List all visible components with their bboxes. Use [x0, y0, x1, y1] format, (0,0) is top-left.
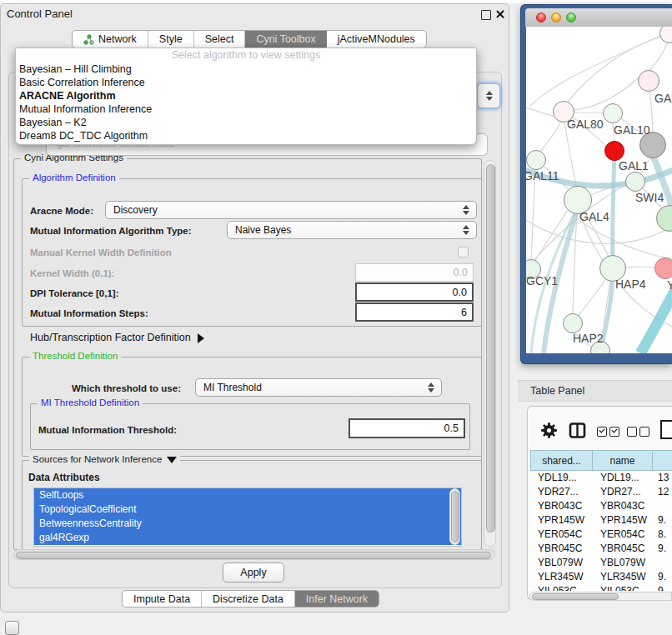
tab-impute-data-label: Impute Data: [133, 593, 190, 605]
column-header-sharedname[interactable]: shared...: [530, 450, 593, 471]
node-label-swi4: SWI4: [635, 191, 664, 204]
dpi-tolerance-field[interactable]: [355, 282, 474, 302]
node-hap2[interactable]: [563, 313, 583, 333]
tab-cyni-toolbox[interactable]: Cyni Toolbox: [245, 31, 326, 48]
tab-select-label: Select: [205, 33, 234, 45]
cell-value: [653, 556, 672, 570]
tab-infer-network[interactable]: Infer Network: [295, 591, 379, 607]
unchecked-checkbox-icon-1[interactable]: [627, 427, 637, 437]
mi-threshold-definition-legend: MI Threshold Definition: [38, 398, 143, 408]
algorithm-definition-legend: Algorithm Definition: [29, 172, 119, 182]
mi-threshold-label: Mutual Information Threshold:: [38, 425, 177, 435]
hub-definition-toggle[interactable]: Hub/Transcription Factor Definition: [30, 332, 204, 343]
close-icon[interactable]: [495, 9, 505, 19]
cell-shared-name: YDL19...: [530, 471, 593, 485]
window-close-button[interactable]: [536, 12, 546, 22]
attributes-list-scrollbar[interactable]: [449, 488, 460, 545]
combo-arrows-icon: [463, 225, 469, 235]
node-gal11[interactable]: [526, 150, 546, 170]
network-canvas[interactable]: GAL GAL80 GAL10 GAL1 GAL11 SWI4 GAL4 GCY…: [526, 27, 672, 353]
menu-item-basic-correlation[interactable]: Basic Correlation Inference: [16, 76, 476, 89]
collapsed-panel-icon[interactable]: [5, 621, 19, 635]
tab-style-label: Style: [159, 33, 183, 45]
node-gal10[interactable]: [603, 103, 623, 123]
tab-discretize-data[interactable]: Discretize Data: [202, 591, 295, 607]
cell-value: 13: [653, 471, 672, 485]
node-label-gal1: GAL1: [619, 159, 649, 172]
bottom-tabbar: Impute Data Discretize Data Infer Networ…: [122, 590, 379, 608]
cell-value: [653, 499, 672, 513]
checked-checkbox-icon-1[interactable]: [597, 427, 607, 437]
window-minimize-button[interactable]: [551, 12, 561, 22]
tab-jactivemnodules[interactable]: jActiveMNodules: [327, 31, 426, 48]
cell-value: 9.: [653, 570, 672, 584]
table-row[interactable]: YLR345WYLR345W9.: [530, 570, 672, 584]
table-row[interactable]: YIL053CYIL053C9: [530, 584, 672, 591]
menu-item-dream8[interactable]: Dream8 DC_TDC Algorithm: [16, 129, 476, 142]
gear-icon[interactable]: [540, 422, 558, 439]
manual-kernel-width-checkbox[interactable]: [458, 247, 469, 258]
list-item-gal4rgexp[interactable]: gal4RGexp: [34, 531, 461, 545]
list-item-betweennesscentrality[interactable]: BetweennessCentrality: [34, 517, 461, 531]
table-row[interactable]: YBR043CYBR043C: [530, 499, 672, 513]
aracne-mode-select[interactable]: Discovery: [105, 201, 477, 219]
mi-algorithm-type-label: Mutual Information Algorithm Type:: [30, 226, 192, 236]
kernel-width-label: Kernel Width (0,1):: [30, 268, 114, 278]
table-row[interactable]: YBR045CYBR045C9.: [530, 542, 672, 556]
table-row[interactable]: YPR145WYPR145W9.: [530, 513, 672, 528]
checked-checkbox-icon-2[interactable]: [609, 427, 619, 437]
cell-name: YDR27...: [593, 485, 653, 499]
combo-arrows-icon: [463, 205, 469, 215]
settings-horizontal-scrollbar-thumb[interactable]: [16, 552, 491, 559]
document-icon-partial[interactable]: [660, 420, 672, 439]
cell-shared-name: YPR145W: [530, 513, 593, 528]
kernel-width-field[interactable]: [355, 263, 474, 282]
column-header-partial[interactable]: [653, 450, 672, 471]
mi-steps-field[interactable]: [355, 302, 474, 322]
unchecked-checkbox-icon-2[interactable]: [639, 427, 649, 437]
tab-style[interactable]: Style: [148, 31, 194, 48]
menu-item-aracne[interactable]: ARACNE Algorithm: [16, 89, 476, 102]
table-row[interactable]: YER054CYER054C8.: [530, 528, 672, 542]
node-swi4[interactable]: [625, 172, 645, 192]
algorithm-combobox-arrow-fragment[interactable]: [477, 83, 500, 108]
aracne-mode-value: Discovery: [113, 204, 158, 216]
network-window-titlebar[interactable]: [525, 8, 672, 28]
attributes-list-scrollbar-thumb[interactable]: [451, 491, 459, 542]
sources-legend[interactable]: Sources for Network Inference: [29, 454, 180, 464]
tab-network[interactable]: Network: [73, 31, 148, 48]
float-window-icon[interactable]: [481, 10, 491, 20]
menu-item-bayesian-k2[interactable]: Bayesian – K2: [16, 116, 476, 129]
split-columns-icon[interactable]: [569, 422, 586, 439]
settings-vertical-scrollbar-thumb[interactable]: [486, 164, 495, 532]
menu-item-bayesian-hill-climbing[interactable]: Bayesian – Hill Climbing: [16, 62, 476, 76]
which-threshold-select[interactable]: MI Threshold: [195, 378, 442, 397]
data-attributes-list[interactable]: SelfLoops TopologicalCoefficient Between…: [33, 488, 462, 547]
list-item-selfloops[interactable]: SelfLoops: [34, 488, 461, 502]
menu-item-mutual-information[interactable]: Mutual Information Inference: [16, 102, 476, 116]
apply-button-label: Apply: [240, 567, 266, 578]
table-rows[interactable]: YDL19...YDL19...13 YDR27...YDR27...12 YB…: [530, 471, 672, 591]
mi-threshold-field[interactable]: [349, 418, 465, 438]
node-salmon[interactable]: [654, 258, 672, 279]
tab-select[interactable]: Select: [194, 31, 246, 48]
node-gal1-red[interactable]: [604, 141, 624, 161]
which-threshold-label: Which threshold to use:: [72, 383, 181, 393]
table-row[interactable]: YDR27...YDR27...12: [530, 485, 672, 499]
table-row[interactable]: YDL19...YDL19...13: [530, 471, 672, 485]
table-horizontal-scrollbar[interactable]: [529, 592, 672, 601]
column-header-name[interactable]: name: [593, 450, 653, 471]
apply-button[interactable]: Apply: [223, 562, 284, 582]
settings-vertical-scrollbar[interactable]: [484, 160, 496, 547]
table-horizontal-scrollbar-thumb[interactable]: [532, 593, 619, 600]
list-item-topologicalcoefficient[interactable]: TopologicalCoefficient: [34, 502, 461, 517]
node-gal-partial[interactable]: [638, 70, 659, 92]
aracne-mode-label: Aracne Mode:: [30, 206, 93, 216]
which-threshold-value: MI Threshold: [203, 382, 262, 393]
window-zoom-button[interactable]: [566, 12, 576, 22]
tab-impute-data[interactable]: Impute Data: [123, 591, 202, 607]
threshold-definition-legend: Threshold Definition: [29, 351, 121, 361]
mi-algorithm-type-select[interactable]: Naive Bayes: [227, 221, 477, 239]
table-row[interactable]: YBL079WYBL079W: [530, 556, 672, 570]
settings-horizontal-scrollbar[interactable]: [13, 549, 495, 560]
